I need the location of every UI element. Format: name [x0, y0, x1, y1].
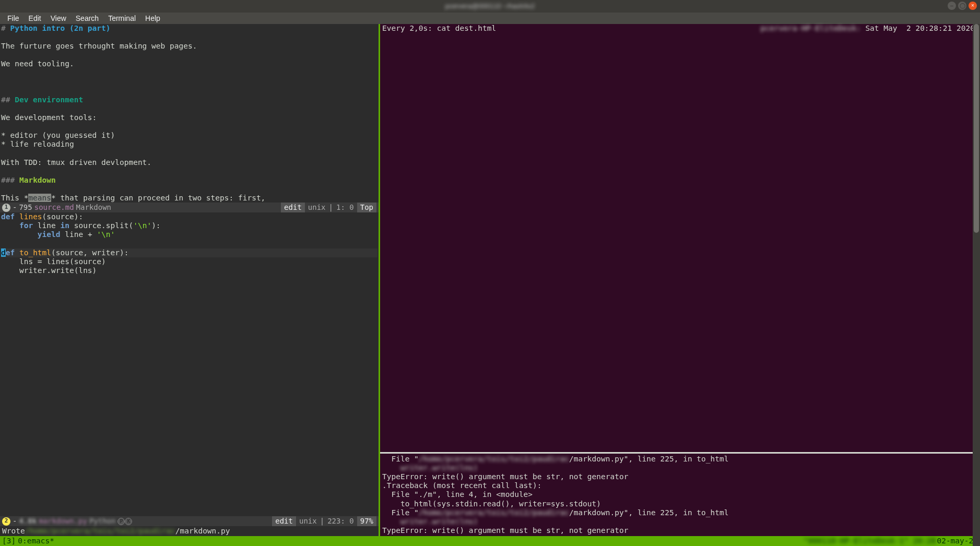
search-highlight: means — [28, 194, 51, 202]
py-args: (source): — [42, 212, 84, 221]
modeline-position: 1: 0 — [336, 203, 354, 212]
md-h2: Dev environment — [15, 96, 83, 104]
watch-timestamp: Sat May 2 20:28:21 2020 — [865, 24, 975, 32]
py-fnname: lines — [19, 212, 42, 221]
modeline-mode: Markdown — [76, 203, 111, 212]
modeline-encoding: unix — [308, 203, 326, 212]
md-h3: Markdown — [19, 176, 56, 184]
modeline-position: 223: 0 — [327, 517, 354, 526]
py-keyword: in — [61, 221, 69, 230]
flycheck-badge: 2 — [2, 517, 10, 526]
vertical-scrollbar[interactable] — [973, 24, 980, 546]
terminal-pane[interactable]: Every 2,0s: cat dest.html pcervera-HP-El… — [380, 24, 980, 536]
echo-path: /markdown.py — [175, 527, 230, 536]
py-fnname: to_html — [19, 248, 51, 257]
main-area: # Python intro (2n part) The furture goe… — [0, 24, 980, 546]
modeline-edit: edit — [272, 516, 296, 526]
buffer-markdown-py[interactable]: def lines(source): for line in source.sp… — [0, 212, 379, 516]
md-line: * that parsing can proceed in two steps:… — [51, 194, 265, 202]
traceback-line: File "./m", line 4, in <module> — [382, 490, 533, 498]
md-h3-hash: ### — [1, 176, 15, 184]
scrollbar-thumb[interactable] — [974, 24, 979, 233]
tmux-date: 02-may-20 — [937, 537, 978, 545]
menu-search[interactable]: Search — [72, 13, 103, 24]
md-line: This * — [1, 194, 28, 202]
menu-view[interactable]: View — [46, 13, 70, 24]
tmux-window[interactable]: 0:emacs* — [18, 537, 54, 545]
split-panes: # Python intro (2n part) The furture goe… — [0, 24, 980, 536]
py-keyword: yield — [38, 230, 61, 239]
window-controls: – ◯ × — [948, 2, 977, 10]
md-line: With TDD: tmux driven devlopment. — [1, 158, 151, 167]
menu-edit[interactable]: Edit — [25, 13, 45, 24]
modeline-markdown-py: 2 - 4.8k markdown.py Python PK edit unix… — [0, 516, 379, 526]
modeline-dash: - — [13, 517, 17, 526]
py-line: lns = lines(source) — [1, 257, 106, 266]
echo-prefix: Wrote — [2, 527, 25, 536]
md-bullet: * editor (you guessed it) — [1, 131, 115, 139]
py-keyword: for — [19, 221, 33, 230]
echo-path-blur: /home/pcervera/tois/toi2/paudirac — [25, 527, 175, 536]
error-line: TypeError: write() argument must be str,… — [382, 472, 628, 481]
menu-terminal[interactable]: Terminal — [104, 13, 140, 24]
modeline-filename: markdown.py — [39, 517, 87, 526]
projectile-badge: PK — [117, 518, 132, 525]
py-keyword: def — [1, 212, 15, 221]
maximize-button[interactable]: ◯ — [958, 2, 966, 10]
traceback-line: .Traceback (most recent call last): — [382, 481, 542, 490]
md-h1-hash: # — [1, 24, 6, 32]
cursor: d — [1, 248, 6, 257]
tmux-host-time: "000110-HP-EliteDesk-1" 20:28 — [804, 537, 936, 545]
window-title: pcervera@000110 ~/hash/to2 — [445, 2, 535, 10]
close-button[interactable]: × — [969, 2, 977, 10]
tmux-session: [3] — [2, 537, 16, 545]
md-line: We development tools: — [1, 113, 97, 122]
echo-area: Wrote /home/pcervera/tois/toi2/paudirac/… — [0, 526, 379, 536]
watch-host: pcervera-HP-EliteDesk: — [761, 24, 861, 32]
tmux-status-bar: [3] 0:emacs* "000110-HP-EliteDesk-1" 20:… — [0, 536, 980, 546]
modeline-edit: edit — [281, 203, 305, 212]
md-line: The furture goes trhought making web pag… — [1, 42, 197, 50]
emacs-pane[interactable]: # Python intro (2n part) The furture goe… — [0, 24, 379, 536]
watch-cmd: Every 2,0s: cat dest.html — [382, 24, 496, 32]
buffer-source-md[interactable]: # Python intro (2n part) The furture goe… — [0, 24, 379, 203]
error-line: TypeError: write() argument must be str,… — [382, 526, 628, 535]
md-bullet: * life reloading — [1, 140, 74, 148]
modeline-encoding: unix — [299, 517, 317, 526]
flycheck-badge: 1 — [2, 204, 10, 212]
menu-bar: File Edit View Search Terminal Help — [0, 13, 980, 24]
menu-help[interactable]: Help — [141, 13, 164, 24]
menu-file[interactable]: File — [3, 13, 23, 24]
modeline-filename: source.md — [34, 203, 74, 212]
window-titlebar: pcervera@000110 ~/hash/to2 – ◯ × — [0, 0, 980, 13]
modeline-size: 795 — [19, 203, 32, 212]
minimize-button[interactable]: – — [948, 2, 956, 10]
traceback-output: File "/home/pcervera/tois/toi2/paudirac/… — [380, 454, 980, 536]
modeline-source-md: 1 - 795 source.md Markdown edit unix | 1… — [0, 203, 379, 212]
modeline-percent: Top — [357, 203, 376, 212]
py-line: writer.write(lns) — [1, 266, 97, 275]
modeline-mode: Python — [89, 517, 116, 526]
modeline-size: 4.8k — [19, 517, 37, 526]
py-string: '\n' — [133, 221, 151, 230]
md-h2-hash: ## — [1, 96, 10, 104]
modeline-dash: - — [13, 203, 17, 212]
py-string: '\n' — [97, 230, 115, 239]
watch-output: Every 2,0s: cat dest.html pcervera-HP-El… — [380, 24, 980, 452]
traceback-line: to_html(sys.stdin.read(), writer=sys.std… — [382, 500, 601, 508]
md-h1: Python intro (2n part) — [10, 24, 110, 32]
modeline-percent: 97% — [357, 516, 376, 526]
md-line: We need tooling. — [1, 60, 74, 68]
